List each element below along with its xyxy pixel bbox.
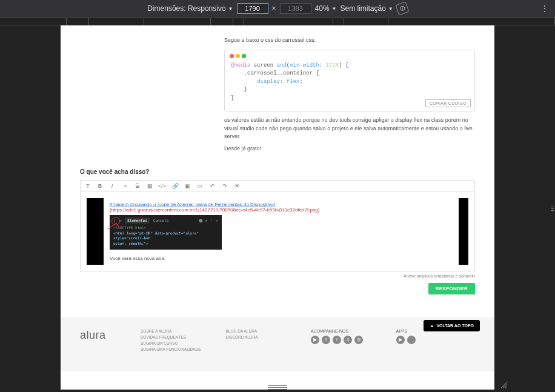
devtools-tab-console: Console — [153, 218, 168, 223]
list-button[interactable]: ≡ — [122, 183, 129, 189]
zoom-dropdown[interactable]: 40% — [315, 4, 337, 13]
youtube-icon[interactable]: ▶ — [311, 336, 319, 344]
undo-button[interactable]: ↶ — [209, 183, 216, 189]
post-intro: Segue a baixo o css do carrossel.css: — [224, 36, 475, 45]
podcast-icon[interactable]: ♫ — [344, 336, 352, 344]
codeblock-button[interactable]: </> — [158, 183, 165, 189]
bold-button[interactable]: B — [96, 183, 104, 189]
footer-link[interactable]: SUGIRA UM CURSO — [141, 341, 220, 345]
dimensions-dropdown[interactable]: Dimensões: Responsivo — [147, 4, 233, 13]
ordered-list-button[interactable]: ≣ — [134, 183, 141, 189]
devtools-tab-elements: Elementos — [125, 218, 150, 224]
code-window-dots — [225, 50, 474, 59]
title-button[interactable]: T — [84, 183, 91, 189]
rotate-icon[interactable]: ⊘ — [395, 1, 409, 15]
throttling-dropdown[interactable]: Sem limitação — [341, 4, 393, 13]
kebab-menu-icon[interactable]: ⋮ — [540, 4, 549, 13]
reply-button[interactable]: RESPONDER — [428, 283, 475, 294]
embedded-screenshot: ▯ ▭ Elementos Console ⬤⚙⋮✕ <!DOCTYPE htm… — [110, 215, 222, 250]
reply-section: O que você acha disso? T B I ≡ ≣ ▦ </> — [61, 164, 494, 299]
footer-logo: alura — [80, 329, 135, 353]
video-button[interactable]: ▭ — [196, 183, 203, 189]
footer-link[interactable]: DÚVIDAS FREQUENTES — [141, 335, 220, 339]
simulated-page: Segue a baixo o css do carrossel.css: @m… — [61, 25, 494, 390]
code-html-line2: avior: smooth;"> — [113, 241, 218, 246]
back-to-top-button[interactable]: VOLTAR AO TOPO — [424, 320, 480, 331]
device-toolbar: Dimensões: Responsivo 1790 × 1383 40% Se… — [0, 0, 555, 17]
image-button[interactable]: ▣ — [184, 183, 191, 189]
editor-toolbar: T B I ≡ ≣ ▦ </> 🔗 ▣ ▭ — [81, 181, 474, 192]
redo-button[interactable]: ↷ — [221, 183, 228, 189]
editor-note: Você verá essa nova aba: — [110, 256, 453, 261]
editor-left-bar — [87, 198, 104, 265]
appstore-icon[interactable] — [407, 336, 416, 344]
forum-post: Segue a baixo o css do carrossel.css: @m… — [61, 25, 494, 164]
italic-button[interactable]: I — [108, 183, 116, 189]
editor-body[interactable]: [Imagem circulando o ícone de Alternar b… — [81, 192, 474, 271]
code-content: @media screen and(min-width: 1728) { .ca… — [225, 59, 474, 105]
footer-link[interactable]: SOBRE A ALURA — [141, 329, 220, 333]
post-thanks: Desde já grato! — [224, 145, 475, 153]
editor-content[interactable]: [Imagem circulando o ícone de Alternar b… — [104, 198, 459, 265]
horizontal-resize-handle[interactable] — [550, 197, 555, 221]
breakpoint-ruler — [0, 17, 555, 25]
attach-hint: Anexe arquivos arrastando e soltando — [80, 274, 475, 278]
footer-col-social: ACOMPANHE-NOS ▶ f t ♫ ◎ — [311, 329, 390, 353]
editor-right-bar — [459, 198, 468, 265]
bottom-drag-handle[interactable] — [268, 385, 287, 390]
height-input[interactable]: 1383 — [280, 3, 311, 14]
footer-link[interactable]: DISCORD ALURA — [226, 335, 305, 339]
twitter-icon[interactable]: t — [333, 336, 341, 344]
facebook-icon[interactable]: f — [322, 336, 330, 344]
footer-col-about: SOBRE A ALURA DÚVIDAS FREQUENTES SUGIRA … — [141, 329, 220, 353]
playstore-icon[interactable]: ▶ — [396, 336, 405, 344]
copy-code-button[interactable]: COPIAR CÓDIGO — [425, 99, 471, 107]
markdown-link-text: [Imagem circulando o ícone de Alternar b… — [110, 202, 275, 207]
code-block: @media screen and(min-width: 1728) { .ca… — [224, 50, 475, 112]
footer-link[interactable]: BLOG DA ALURA — [226, 329, 305, 333]
reply-heading: O que você acha disso? — [80, 168, 475, 175]
instagram-icon[interactable]: ◎ — [354, 336, 363, 344]
code-html-line: <html lang="pt-BR" data-product="alura" … — [113, 231, 218, 241]
footer-link[interactable]: SUGIRA UMA FUNCIONALIDADE — [141, 347, 220, 351]
footer-col-blog: BLOG DA ALURA DISCORD ALURA — [226, 329, 305, 353]
width-input[interactable]: 1790 — [237, 3, 268, 14]
table-button[interactable]: ▦ — [146, 183, 153, 189]
code-doctype: <!DOCTYPE html> — [113, 225, 218, 230]
viewport-area: Segue a baixo o css do carrossel.css: @m… — [0, 25, 555, 392]
preview-button[interactable]: 👁 — [233, 183, 241, 189]
footer-col-apps: APPS ▶ — [396, 329, 476, 353]
corner-resize-handle[interactable] — [500, 381, 508, 388]
reply-editor: T B I ≡ ≣ ▦ </> 🔗 ▣ ▭ — [80, 180, 475, 271]
times-separator: × — [272, 4, 276, 13]
markdown-link-url: (https://cdn1.gnarususercontent.com.br/1… — [110, 207, 319, 213]
link-button[interactable]: 🔗 — [171, 183, 179, 189]
post-body: os valores estão ai não entendo porque n… — [224, 116, 475, 141]
